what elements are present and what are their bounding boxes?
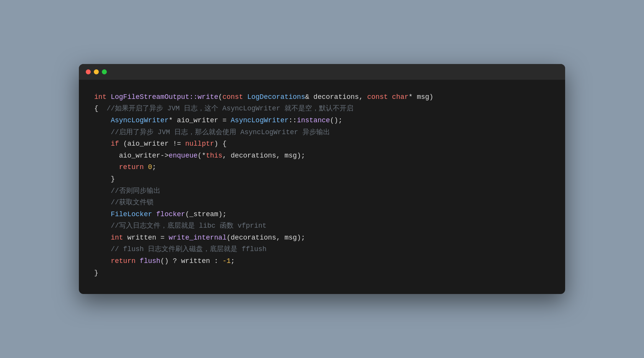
- code-line-6: aio_writer->enqueue(*this, decorations, …: [94, 150, 550, 162]
- code-line-1: int LogFileStreamOutput::write(const Log…: [94, 91, 550, 103]
- code-line-3: AsyncLogWriter* aio_writer = AsyncLogWri…: [94, 115, 550, 126]
- minimize-button[interactable]: [94, 69, 99, 74]
- code-line-15: return flush() ? written : -1;: [94, 255, 550, 267]
- code-line-4: //启用了异步 JVM 日志，那么就会使用 AsyncLogWriter 异步输…: [94, 126, 550, 138]
- code-editor: int LogFileStreamOutput::write(const Log…: [79, 80, 565, 294]
- code-window: int LogFileStreamOutput::write(const Log…: [79, 64, 565, 294]
- titlebar: [79, 64, 565, 80]
- code-line-9: //否则同步输出: [94, 185, 550, 197]
- code-line-7: return 0;: [94, 161, 550, 173]
- maximize-button[interactable]: [102, 69, 107, 74]
- code-line-8: }: [94, 173, 550, 185]
- close-button[interactable]: [86, 69, 91, 74]
- code-line-10: //获取文件锁: [94, 197, 550, 209]
- code-line-14: // flush 日志文件刷入磁盘，底层就是 fflush: [94, 243, 550, 255]
- code-line-13: int written = write_internal(decorations…: [94, 232, 550, 244]
- code-line-2: { //如果开启了异步 JVM 日志，这个 AsyncLogWriter 就不是…: [94, 103, 550, 115]
- code-line-11: FileLocker flocker(_stream);: [94, 209, 550, 220]
- code-line-16: }: [94, 267, 550, 279]
- code-line-12: //写入日志文件，底层就是 libc 函数 vfprint: [94, 220, 550, 232]
- code-line-5: if (aio_writer != nullptr) {: [94, 138, 550, 150]
